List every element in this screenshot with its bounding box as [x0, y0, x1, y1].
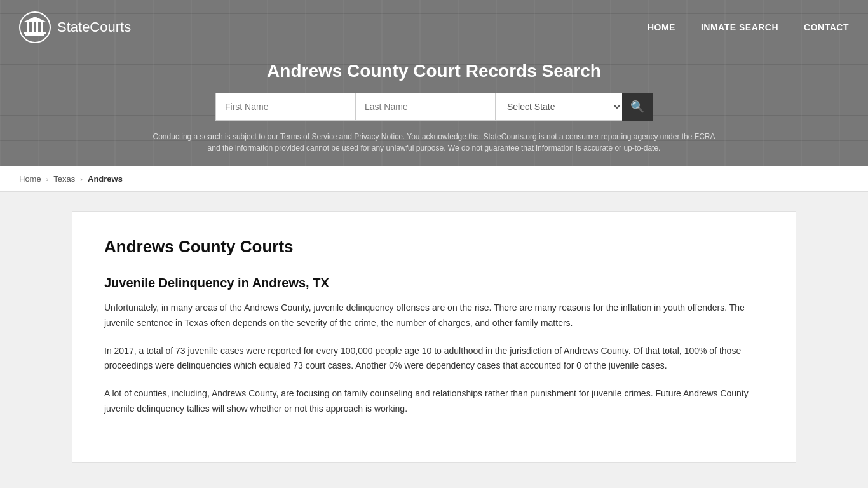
last-name-input[interactable] — [355, 93, 495, 121]
svg-point-8 — [34, 17, 36, 20]
first-name-input[interactable] — [215, 93, 355, 121]
search-button[interactable]: 🔍 — [622, 93, 653, 121]
nav-contact[interactable]: CONTACT — [804, 22, 849, 32]
state-select[interactable]: Select State Alabama Alaska Arizona Arka… — [495, 93, 622, 121]
breadcrumb-county: Andrews — [88, 174, 123, 184]
logo-link[interactable]: StateCourts — [19, 11, 131, 43]
content-card: Andrews County Courts Juvenile Delinquen… — [72, 211, 796, 463]
svg-rect-6 — [41, 22, 43, 32]
svg-rect-5 — [36, 22, 38, 32]
svg-rect-4 — [32, 22, 34, 32]
logo-icon — [19, 11, 51, 43]
logo-text: StateCourts — [57, 19, 131, 36]
search-icon: 🔍 — [630, 100, 644, 114]
content-para-1: Unfortunately, in many areas of the Andr… — [104, 301, 764, 331]
disclaimer-text: Conducting a search is subject to our Te… — [148, 131, 720, 154]
top-navigation: StateCourts HOME INMATE SEARCH CONTACT — [19, 0, 849, 55]
nav-inmate-search[interactable]: INMATE SEARCH — [701, 22, 778, 32]
content-para-2: In 2017, a total of 73 juvenile cases we… — [104, 344, 764, 374]
breadcrumb-chevron-1: › — [46, 175, 49, 183]
content-para-3: A lot of counties, including, Andrews Co… — [104, 386, 764, 417]
terms-of-service-link[interactable]: Terms of Service — [280, 132, 337, 141]
svg-rect-2 — [24, 32, 46, 34]
nav-home[interactable]: HOME — [648, 22, 675, 32]
nav-links: HOME INMATE SEARCH CONTACT — [648, 22, 849, 32]
breadcrumb-home[interactable]: Home — [19, 174, 41, 184]
privacy-notice-link[interactable]: Privacy Notice — [354, 132, 403, 141]
section1-title: Juvenile Delinquency in Andrews, TX — [104, 276, 764, 290]
site-header: StateCourts HOME INMATE SEARCH CONTACT A… — [0, 0, 868, 166]
header-content: StateCourts HOME INMATE SEARCH CONTACT A… — [0, 0, 868, 166]
svg-rect-3 — [27, 22, 29, 32]
breadcrumb: Home › Texas › Andrews — [0, 166, 868, 192]
main-wrapper: Andrews County Courts Juvenile Delinquen… — [59, 211, 809, 463]
content-main-title: Andrews County Courts — [104, 237, 764, 257]
page-title: Andrews County Court Records Search — [19, 61, 849, 81]
section-divider — [104, 430, 764, 430]
search-section: Andrews County Court Records Search Sele… — [19, 55, 849, 166]
breadcrumb-state[interactable]: Texas — [53, 174, 75, 184]
breadcrumb-chevron-2: › — [80, 175, 83, 183]
search-bar: Select State Alabama Alaska Arizona Arka… — [19, 93, 849, 121]
